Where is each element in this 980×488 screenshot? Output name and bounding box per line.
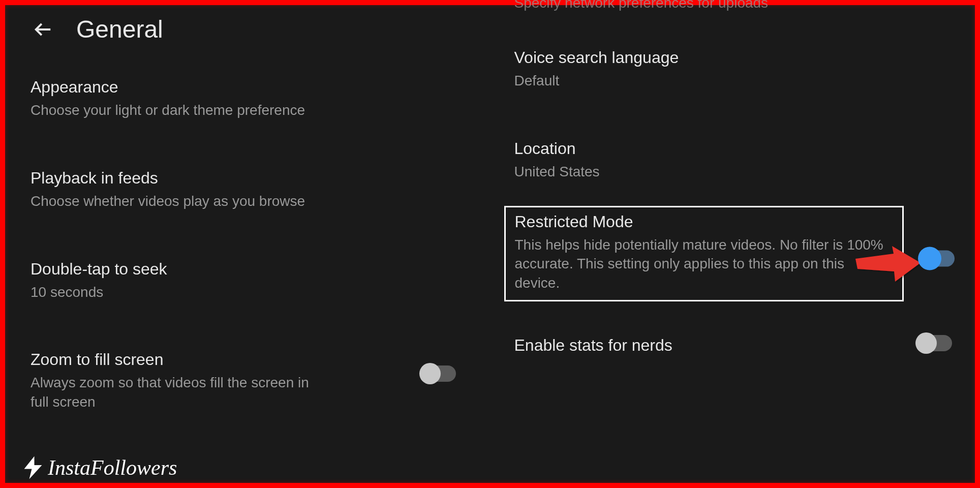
setting-desc: Choose whether videos play as you browse	[30, 192, 466, 211]
setting-desc: Default	[514, 71, 950, 90]
restricted-mode-toggle[interactable]	[920, 250, 955, 266]
setting-desc: This helps hide potentially mature video…	[515, 235, 894, 293]
setting-desc: Choose your light or dark theme preferen…	[30, 101, 466, 120]
page-title: General	[76, 15, 163, 43]
setting-title: Enable stats for nerds	[514, 336, 889, 355]
setting-title: Playback in feeds	[30, 169, 466, 188]
setting-playback-in-feeds[interactable]: Playback in feeds Choose whether videos …	[20, 160, 476, 220]
back-arrow-button[interactable]	[30, 17, 56, 42]
setting-appearance[interactable]: Appearance Choose your light or dark the…	[20, 69, 476, 129]
stats-for-nerds-toggle[interactable]	[917, 335, 952, 351]
setting-desc: 10 seconds	[30, 283, 466, 302]
setting-desc: United States	[514, 162, 950, 181]
setting-restricted-mode[interactable]: Restricted Mode This helps hide potentia…	[504, 206, 960, 301]
setting-title: Appearance	[30, 78, 466, 97]
highlight-box: Restricted Mode This helps hide potentia…	[504, 206, 904, 301]
setting-title: Restricted Mode	[515, 212, 894, 231]
setting-title: Location	[514, 139, 950, 158]
arrow-left-icon	[34, 20, 53, 39]
setting-location[interactable]: Location United States	[504, 130, 960, 191]
zoom-toggle[interactable]	[421, 365, 456, 382]
watermark-text: InstaFollowers	[48, 455, 177, 480]
setting-voice-search-language[interactable]: Voice search language Default	[504, 39, 960, 100]
setting-double-tap-to-seek[interactable]: Double-tap to seek 10 seconds	[20, 251, 476, 311]
setting-zoom-to-fill[interactable]: Zoom to fill screen Always zoom so that …	[20, 341, 476, 421]
svg-marker-2	[24, 456, 42, 479]
setting-desc: Always zoom so that videos fill the scre…	[30, 373, 325, 412]
svg-marker-1	[855, 246, 921, 282]
lightning-icon	[20, 455, 46, 480]
toggle-knob-icon	[918, 247, 941, 270]
header-bar: General	[20, 5, 476, 69]
setting-stats-for-nerds[interactable]: Enable stats for nerds	[504, 327, 960, 368]
setting-title: Double-tap to seek	[30, 260, 466, 279]
partial-network-preferences-text: Specify network preferences for uploads	[504, 0, 960, 11]
setting-title: Voice search language	[514, 48, 950, 67]
red-pointer-arrow-icon	[855, 243, 922, 284]
toggle-knob-icon	[419, 363, 441, 384]
setting-title: Zoom to fill screen	[30, 350, 466, 369]
toggle-knob-icon	[915, 332, 937, 354]
watermark: InstaFollowers	[20, 455, 177, 480]
